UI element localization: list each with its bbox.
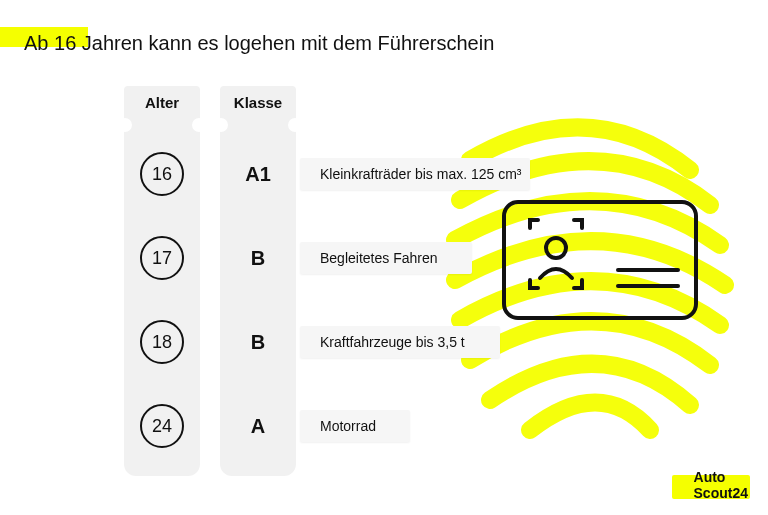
class-badge: A <box>220 404 296 448</box>
desc-text: Kleinkrafträder bis max. 125 cm³ <box>320 166 522 182</box>
brand-line1: Auto <box>694 469 726 485</box>
age-badge: 16 <box>140 152 184 196</box>
brand-line2: Scout24 <box>694 485 748 501</box>
license-card-icon <box>500 198 700 322</box>
column-class: Klasse A1 B B A <box>220 86 296 476</box>
desc-row: Kleinkrafträder bis max. 125 cm³ <box>300 158 530 190</box>
desc-row: Begleitetes Fahren <box>300 242 472 274</box>
desc-row: Motorrad <box>300 410 410 442</box>
column-age: Alter 16 17 18 24 <box>124 86 200 476</box>
age-badge: 17 <box>140 236 184 280</box>
age-badge: 18 <box>140 320 184 364</box>
desc-row: Kraftfahrzeuge bis 3,5 t <box>300 326 500 358</box>
age-header: Alter <box>124 94 200 111</box>
svg-point-1 <box>546 238 566 258</box>
class-badge: A1 <box>220 152 296 196</box>
brand-logo: Auto Scout24 <box>694 470 748 501</box>
class-badge: B <box>220 320 296 364</box>
desc-text: Motorrad <box>320 418 376 434</box>
page-title: Ab 16 Jahren kann es logehen mit dem Füh… <box>24 32 494 55</box>
class-badge: B <box>220 236 296 280</box>
desc-text: Begleitetes Fahren <box>320 250 438 266</box>
age-badge: 24 <box>140 404 184 448</box>
desc-text: Kraftfahrzeuge bis 3,5 t <box>320 334 465 350</box>
columns: Alter 16 17 18 24 Klasse A1 B B A <box>124 86 296 476</box>
class-header: Klasse <box>220 94 296 111</box>
